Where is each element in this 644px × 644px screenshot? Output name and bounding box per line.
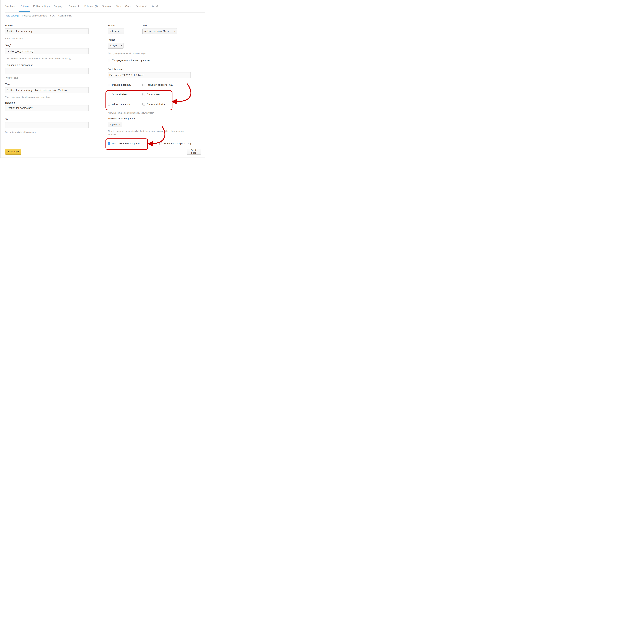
page-tabbar: Dashboard Settings Petition settings Sub… [5,5,158,12]
show-stream-checkbox[interactable] [142,93,145,96]
home-page-label: Make this the home page [112,142,139,145]
tags-help: Separate multiple with commas [5,131,36,134]
name-help: Short, like "Issues" [5,37,23,40]
slug-field[interactable] [5,48,89,54]
tab-preview-label: Preview [136,5,144,8]
submitted-by-user-checkbox[interactable] [108,59,110,62]
site-select[interactable]: Antidemocracia con Maduro ▼ [142,28,177,34]
allow-comments-row: Allow comments [108,103,130,106]
title-label: Title* [5,83,11,86]
author-help: Start typing name, email or twitter logi… [108,52,146,55]
splash-page-checkbox[interactable] [159,142,162,145]
include-top-nav-row: Include in top nav [108,83,131,86]
name-label: Name* [5,24,13,27]
author-select[interactable]: Auwlyee ▼ [108,43,124,49]
subpage-label: This page is a subpage of [5,64,33,66]
show-sidebar-label: Show sidebar [112,93,127,96]
headline-label: Headline [5,101,15,104]
subtab-featured-content-sliders[interactable]: Featured content sliders [22,14,47,17]
settings-subtabs: Page settings Featured content sliders S… [5,14,71,17]
include-supporter-nav-checkbox[interactable] [142,84,145,86]
published-date-label: Published date [108,68,124,71]
tab-followers[interactable]: Followers (1) [84,5,98,12]
external-link-icon [145,5,146,7]
submitted-by-user-label: This page was submitted by a user [112,59,150,62]
chevron-down-icon: ▼ [121,45,122,46]
who-can-view-help: All sub pages will automatically inherit… [108,130,191,136]
tab-subpages[interactable]: Subpages [54,5,64,12]
slug-label: Slug* [5,44,11,47]
subtab-social-media[interactable]: Social media [58,14,71,17]
show-sidebar-row: Show sidebar [108,93,127,96]
tab-preview[interactable]: Preview [136,5,146,12]
include-top-nav-checkbox[interactable] [108,84,110,86]
status-select[interactable]: published ▼ [108,28,124,34]
allow-comments-label: Allow comments [112,103,130,106]
title-help: This is what people will see on search e… [5,96,50,99]
include-supporter-nav-row: Include in supporter nav [142,83,173,86]
status-select-value: published [110,30,120,33]
site-label: Site [142,24,147,27]
show-stream-label: Show stream [147,93,161,96]
slug-help: This page will be at antimaduro-tectodev… [5,57,71,60]
title-field[interactable] [5,87,89,93]
tabbar-divider [5,12,205,13]
show-social-slider-row: Show social slider [142,103,166,106]
tab-comments[interactable]: Comments [69,5,80,12]
home-page-checkbox[interactable] [108,142,110,145]
allow-comments-checkbox[interactable] [108,103,110,105]
tab-petition-settings[interactable]: Petition settings [33,5,50,12]
tab-files[interactable]: Files [116,5,121,12]
tab-settings[interactable]: Settings [20,5,29,12]
chevron-down-icon: ▼ [174,31,175,32]
tab-template[interactable]: Template [102,5,112,12]
published-date-field[interactable] [108,72,191,78]
site-select-value: Antidemocracia con Maduro [144,30,170,32]
tags-field[interactable] [5,122,89,128]
chevron-down-icon: ▼ [121,31,123,32]
headline-field[interactable] [5,105,89,111]
subtab-seo[interactable]: SEO [50,14,55,17]
save-page-button[interactable]: Save page [5,149,21,155]
show-social-slider-label: Show social slider [147,103,166,106]
subtab-page-settings[interactable]: Page settings [5,14,19,17]
who-can-view-select[interactable]: Anyone ▼ [108,122,122,127]
submitted-by-user-row: This page was submitted by a user [108,59,150,62]
delete-page-button[interactable]: Delete page [187,149,201,155]
subpage-field[interactable] [5,68,89,74]
splash-page-row: Make this the splash page [159,142,192,145]
comments-help: Allowing comments automatically shows st… [108,111,154,115]
tab-live[interactable]: Live [151,5,158,12]
include-top-nav-label: Include in top nav [112,83,131,86]
red-arrowhead [172,99,177,104]
splash-page-label: Make this the splash page [164,142,192,145]
tab-clone[interactable]: Clone [125,5,131,12]
subpage-help: Type the slug [5,76,18,80]
who-can-view-select-value: Anyone [110,123,117,126]
show-social-slider-checkbox[interactable] [142,103,145,105]
page-settings-screen: Dashboard Settings Petition settings Sub… [0,0,205,158]
chevron-down-icon: ▼ [119,124,120,125]
show-stream-row: Show stream [142,93,161,96]
tab-dashboard[interactable]: Dashboard [5,5,16,12]
tab-live-label: Live [151,5,155,8]
status-label: Status [108,24,115,27]
who-can-view-label: Who can view this page? [108,117,135,120]
red-arrowhead [148,141,153,146]
external-link-icon [156,5,158,7]
name-field[interactable] [5,28,89,34]
red-arrow-to-display-options [176,84,191,101]
include-supporter-nav-label: Include in supporter nav [147,83,173,86]
home-page-row: Make this the home page [108,142,139,145]
show-sidebar-checkbox[interactable] [108,93,110,96]
author-label: Author [108,38,115,41]
author-select-value: Auwlyee [110,45,117,47]
tags-label: Tags [5,118,10,121]
